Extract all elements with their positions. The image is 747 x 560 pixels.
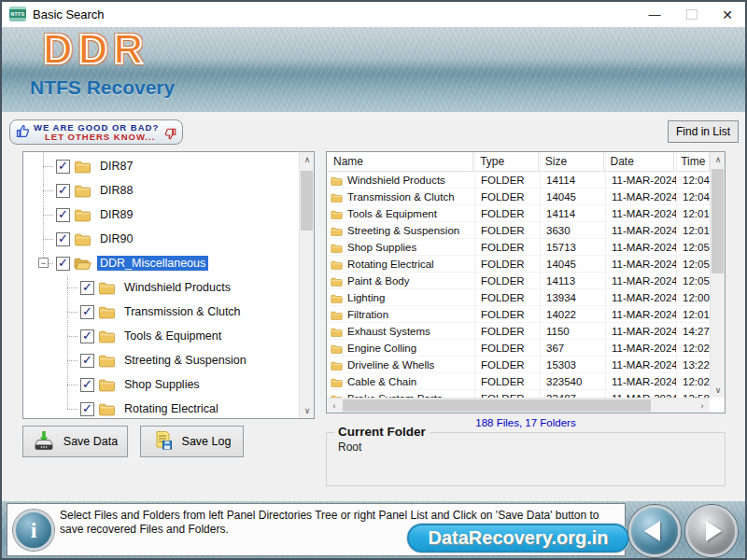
check-icon: ✓ [82,329,92,343]
tree-item-label[interactable]: DIR87 [97,159,135,174]
scroll-up-icon[interactable]: ∧ [711,152,726,167]
tree-item-checkbox[interactable]: ✓ [56,208,70,222]
tree-item[interactable]: ✓DIR89 [23,203,299,227]
column-header-type[interactable]: Type [473,152,539,171]
tree-item[interactable]: −✓DDR_Miscellaneous [23,251,299,275]
back-button[interactable] [628,505,681,557]
scrollbar-thumb[interactable] [712,169,724,273]
tree-item-checkbox[interactable]: ✓ [80,354,94,368]
minimize-button[interactable]: — [639,2,670,27]
tree-connector [43,190,53,191]
tree-item[interactable]: ✓DIR88 [23,178,299,203]
scroll-left-icon[interactable]: ‹ [327,399,342,413]
tree-item-label[interactable]: DDR_Miscellaneous [97,256,208,271]
cell-size: 3630 [540,225,605,236]
table-row[interactable]: Rotating ElectricalFOLDER1404511-MAR-202… [327,256,710,273]
title-bar: NTFS Basic Search — ✕ [2,2,745,27]
tree-item-checkbox[interactable]: ✓ [80,281,94,295]
file-name-text: Shop Supplies [347,242,416,253]
file-name-text: Tools & Equipment [347,208,437,219]
tree-item-label[interactable]: Streeting & Suspension [121,353,249,368]
column-header-size[interactable]: Size [539,152,604,171]
tree-item-checkbox[interactable]: ✓ [56,184,70,198]
table-row[interactable]: FiltrationFOLDER1402211-MAR-202412:01 [327,306,710,323]
save-log-button[interactable]: Save Log [140,426,244,457]
list-horizontal-scrollbar[interactable]: ‹ › [327,398,710,413]
current-folder-label: Current Folder [334,425,430,439]
scrollbar-thumb[interactable] [301,171,313,231]
table-row[interactable]: Shop SuppliesFOLDER1571311-MAR-202412:05 [327,239,710,256]
website-button[interactable]: DataRecovery.org.in [407,524,629,553]
folder-icon [331,343,343,354]
folder-icon [98,354,116,368]
scroll-down-icon[interactable]: ∨ [300,403,315,418]
table-row[interactable]: Exhaust SystemsFOLDER115011-MAR-202414:2… [327,323,710,340]
check-icon: ✓ [58,183,68,197]
cell-name: Windshield Products [327,175,474,186]
tree-item-label[interactable]: DIR88 [97,183,135,198]
tree-item[interactable]: ✓DIR90 [23,227,299,251]
tree-item[interactable]: ✓Transmission & Clutch [23,300,299,324]
column-header-name[interactable]: Name [327,152,473,171]
product-title: NTFS Recovery [30,77,175,99]
table-row[interactable]: LightingFOLDER1393411-MAR-202412:00 [327,289,710,306]
check-icon: ✓ [82,401,92,415]
table-row[interactable]: Tools & EquipmentFOLDER1411411-MAR-20241… [327,205,710,222]
collapse-toggle-icon[interactable]: − [38,258,49,268]
tree-item[interactable]: ✓Tools & Equipment [23,324,299,348]
tree-item-label[interactable]: Tools & Equipment [121,329,224,343]
tree-item-checkbox[interactable]: ✓ [56,160,70,174]
column-header-time[interactable]: Time [674,152,710,171]
scrollbar-thumb[interactable] [343,399,651,412]
table-row[interactable]: Driveline & WhellsFOLDER1530311-MAR-2024… [327,357,710,373]
tree-item[interactable]: ✓DIR87 [23,154,299,178]
basic-search-window: NTFS Basic Search — ✕ DDR NTFS Recovery … [0,0,747,560]
tree-item[interactable]: ✓Windshield Products [23,275,299,300]
maximize-button[interactable] [676,2,708,27]
table-row[interactable]: Brake System PartsFOLDER2248711-MAR-2024… [327,390,710,398]
tree-item-checkbox[interactable]: ✓ [80,378,94,392]
cell-time: 12:05 [676,242,710,253]
tree-item-checkbox[interactable]: ✓ [80,305,94,319]
tree-item-label[interactable]: Windshield Products [121,280,233,295]
close-button[interactable]: ✕ [712,2,743,27]
tree-item-label[interactable]: Shop Supplies [121,377,203,392]
check-icon: ✓ [82,304,92,318]
tree-item-label[interactable]: Rotating Electrical [121,401,221,416]
scroll-up-icon[interactable]: ∧ [300,152,315,167]
table-row[interactable]: Paint & BodyFOLDER1411311-MAR-202412:05 [327,273,710,289]
tree-item-checkbox[interactable]: ✓ [80,402,94,416]
feedback-button[interactable]: WE ARE GOOD OR BAD? LET OTHERS KNOW... [9,119,183,145]
tree-item[interactable]: ✓Streeting & Suspension [23,348,299,372]
folder-icon [331,360,343,371]
folder-icon [331,243,343,253]
check-icon: ✓ [58,256,68,270]
tree-item-label[interactable]: Transmission & Clutch [121,304,244,319]
table-row[interactable]: Cable & ChainFOLDER32354011-MAR-202412:0… [327,373,710,390]
cell-name: Transmission & Clutch [327,191,474,203]
cell-type: FOLDER [474,343,540,354]
scroll-down-icon[interactable]: ∨ [711,383,726,398]
tree-item-label[interactable]: DIR90 [97,231,135,246]
tree-item[interactable]: ✓Rotating Electrical [23,397,299,418]
save-data-button[interactable]: Save Data [22,426,128,457]
tree-item-label[interactable]: DIR89 [97,207,135,222]
table-row[interactable]: Transmission & ClutchFOLDER1404511-MAR-2… [327,189,710,205]
tree-item-checkbox[interactable]: ✓ [80,329,94,343]
tree-item-checkbox[interactable]: ✓ [56,232,70,246]
folder-icon [331,175,343,186]
tree-connector [67,336,78,337]
list-vertical-scrollbar[interactable]: ∧ ∨ [710,152,725,398]
tree-item-checkbox[interactable]: ✓ [56,257,70,271]
column-header-date[interactable]: Date [604,152,675,171]
file-name-text: Transmission & Clutch [347,191,455,203]
table-row[interactable]: Windshield ProductsFOLDER1411411-MAR-202… [327,172,710,189]
table-row[interactable]: Engine CollingFOLDER36711-MAR-202412:02 [327,340,710,357]
ddr-logo: DDR [43,26,148,73]
find-in-list-button[interactable]: Find in List [668,120,739,143]
tree-item[interactable]: ✓Shop Supplies [23,372,299,397]
scroll-right-icon[interactable]: › [695,399,710,413]
tree-vertical-scrollbar[interactable]: ∧ ∨ [299,152,314,418]
table-row[interactable]: Streeting & SuspensionFOLDER363011-MAR-2… [327,222,710,239]
forward-button[interactable] [685,505,738,557]
